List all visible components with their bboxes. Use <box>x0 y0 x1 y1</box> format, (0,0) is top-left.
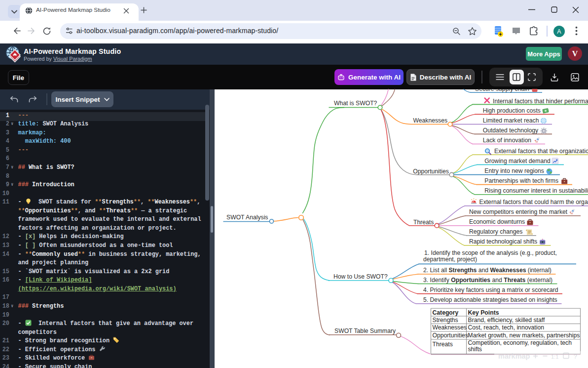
svg-text:shifts: shifts <box>468 346 482 353</box>
svg-text:?: ? <box>574 353 577 360</box>
svg-text:New competitors entering the m: New competitors entering the market <box>469 208 568 215</box>
svg-text:Weaknesses: Weaknesses <box>433 324 467 331</box>
svg-text:Economic downturns: Economic downturns <box>469 218 525 225</box>
svg-text:2. List all Strengths and Weak: 2. List all Strengths and Weaknesses (in… <box>423 267 551 274</box>
svg-text:Entry into new regions: Entry into new regions <box>484 167 544 174</box>
svg-text:Rising consumer interest in su: Rising consumer interest in sustainabili… <box>484 187 588 194</box>
svg-text:External factors that the orga: External factors that the organization c… <box>494 148 588 155</box>
svg-text:How to Use SWOT?: How to Use SWOT? <box>333 273 388 280</box>
svg-text:Opportunities: Opportunities <box>413 168 449 175</box>
svg-text:Key Points: Key Points <box>468 309 499 316</box>
svg-text:Category: Category <box>433 309 459 316</box>
svg-text:Rapid technological shifts: Rapid technological shifts <box>469 238 537 245</box>
svg-text:1. Identify the scope of the a: 1. Identify the scope of the analysis (e… <box>424 249 557 256</box>
svg-text:Strengths: Strengths <box>433 317 458 324</box>
svg-text:What is SWOT?: What is SWOT? <box>334 100 377 107</box>
svg-text:Threats: Threats <box>433 341 453 348</box>
svg-text:Limited market reach: Limited market reach <box>483 117 539 124</box>
svg-text:Weaknesses: Weaknesses <box>413 117 448 124</box>
svg-text:SWOT Analysis: SWOT Analysis <box>226 214 268 221</box>
svg-text:Secure supply chain: Secure supply chain <box>475 89 529 92</box>
svg-text:markmap: markmap <box>498 352 530 360</box>
svg-text:SWOT Table Summary: SWOT Table Summary <box>334 327 396 334</box>
svg-text:Brand, efficiency, skilled sta: Brand, efficiency, skilled staff <box>468 317 545 324</box>
svg-text:Regulatory changes: Regulatory changes <box>469 228 522 235</box>
svg-text:Internal factors that hinder p: Internal factors that hinder performance <box>493 98 588 105</box>
svg-text:Lack of innovation: Lack of innovation <box>483 137 531 144</box>
svg-text:4. Prioritize key factors usin: 4. Prioritize key factors using a matrix… <box>423 286 558 293</box>
svg-text:Cost, reach, tech, innovation: Cost, reach, tech, innovation <box>468 324 544 331</box>
svg-text:Competition, economy, regulati: Competition, economy, regulation, tech <box>468 339 572 346</box>
svg-text:Opportunities: Opportunities <box>433 332 469 339</box>
svg-text:Partnerships with tech firms: Partnerships with tech firms <box>484 177 558 184</box>
svg-text:Market growth, new markets, pa: Market growth, new markets, partnerships <box>468 332 580 339</box>
svg-text:1:1: 1:1 <box>551 354 558 360</box>
svg-text:3. Identify Opportunities and: 3. Identify Opportunities and Threats (e… <box>423 277 552 284</box>
svg-text:5. Develop actionable strategi: 5. Develop actionable strategies based o… <box>423 296 557 303</box>
svg-text:Threats: Threats <box>413 219 434 226</box>
svg-text:Outdated technology: Outdated technology <box>483 127 539 134</box>
svg-text:External factors that could ha: External factors that could harm the org… <box>479 199 588 205</box>
svg-text:Growing market demand: Growing market demand <box>484 158 550 164</box>
svg-text:High production costs: High production costs <box>483 107 541 114</box>
svg-text:department, project): department, project) <box>423 256 477 263</box>
